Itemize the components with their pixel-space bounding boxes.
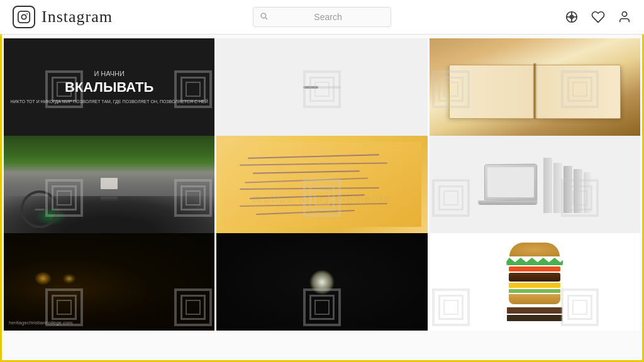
location-icon[interactable] — [565, 10, 579, 24]
bun-bottom — [509, 294, 560, 304]
grid-row-3: heritagechristiancollege.com — [2, 233, 642, 332]
header: Instagram Search — [0, 0, 644, 35]
list-item — [216, 233, 427, 331]
cell-sub-text: НИКТО ТОТ И НИКОГДА МИР ПОЗВОЛЯЕТ ТАМ, Г… — [11, 99, 208, 105]
svg-point-3 — [261, 13, 266, 18]
search-container[interactable]: Search — [253, 7, 391, 27]
list-item — [430, 136, 640, 233]
cheese — [509, 283, 560, 288]
cell-main-text: ВКАЛЫВАТЬ — [65, 80, 153, 95]
list-item — [4, 136, 214, 233]
moon-glow — [309, 270, 335, 295]
svg-rect-0 — [18, 11, 30, 23]
list-item — [216, 136, 427, 233]
svg-line-4 — [265, 18, 267, 19]
logo-container: Instagram — [13, 6, 113, 28]
search-bar[interactable]: Search — [253, 7, 391, 27]
cell-top-text: И НАЧНИ — [94, 70, 125, 77]
heart-icon[interactable] — [591, 10, 605, 24]
search-label: Search — [272, 12, 384, 22]
burger-visual — [506, 243, 563, 304]
main-content: И НАЧНИ ВКАЛЫВАТЬ НИКТО ТОТ И НИКОГДА МИ… — [2, 36, 642, 362]
header-icons — [565, 10, 631, 24]
grid-row-1: И НАЧНИ ВКАЛЫВАТЬ НИКТО ТОТ И НИКОГДА МИ… — [2, 36, 642, 136]
list-item: heritagechristiancollege.com — [4, 233, 214, 331]
svg-point-2 — [26, 13, 28, 14]
profile-icon[interactable] — [618, 10, 631, 24]
list-item — [430, 233, 640, 331]
instagram-logo-icon — [13, 6, 35, 28]
loading-bar-container — [303, 86, 341, 89]
list-item — [430, 38, 640, 136]
watermark-text: heritagechristiancollege.com — [9, 320, 72, 326]
list-item: И НАЧНИ ВКАЛЫВАТЬ НИКТО ТОТ И НИКОГДА МИ… — [4, 38, 214, 136]
tomato — [509, 266, 560, 272]
loading-progress — [303, 86, 318, 89]
svg-point-9 — [622, 12, 626, 16]
logo-text: Instagram — [42, 8, 113, 26]
grid-row-2 — [2, 136, 642, 233]
search-icon — [260, 12, 268, 22]
patty — [509, 273, 560, 282]
loading-bar — [303, 86, 341, 89]
svg-point-1 — [21, 14, 26, 19]
book-spine-1 — [507, 307, 562, 314]
list-item — [216, 38, 427, 136]
lettuce-bottom — [509, 289, 560, 293]
book-spine-2 — [507, 315, 562, 321]
lettuce — [506, 258, 563, 265]
bun-top — [509, 243, 560, 256]
